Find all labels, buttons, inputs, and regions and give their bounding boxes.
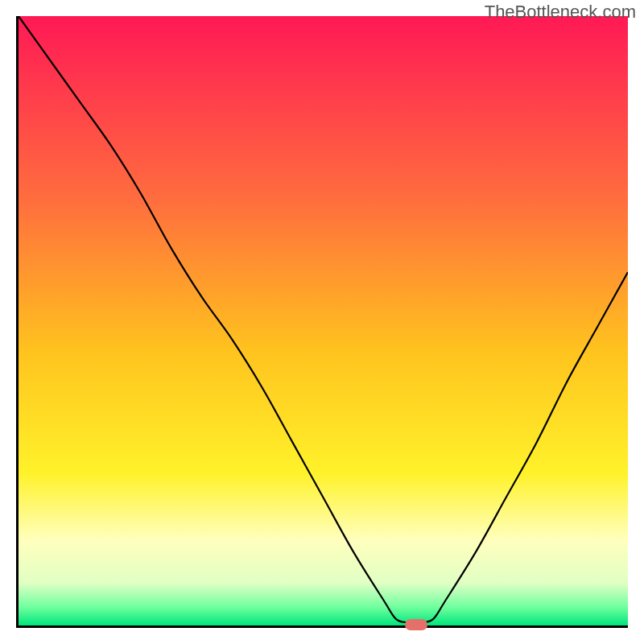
chart-plot-area [16, 16, 628, 628]
watermark-text: TheBottleneck.com [485, 2, 636, 23]
bottleneck-curve [19, 16, 628, 625]
optimal-marker [405, 619, 427, 630]
